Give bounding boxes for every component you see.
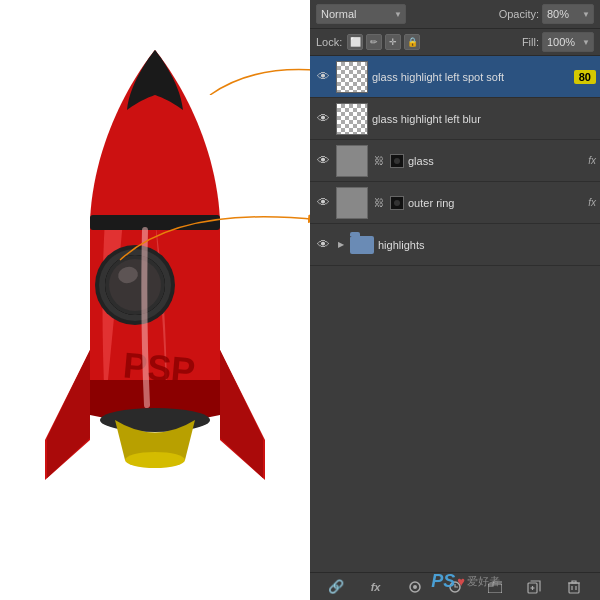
watermark-heart-icon: ♥ [457, 574, 465, 589]
folder-arrow-icon[interactable]: ▶ [336, 240, 346, 250]
eye-icon[interactable]: 👁 [314, 236, 332, 254]
layer-row[interactable]: 👁 ⛓ outer ring fx [310, 182, 600, 224]
photoshop-panel: Normal ▼ Opacity: 80% ▼ Lock: ⬜ ✏ ✛ 🔒 Fi… [310, 0, 600, 600]
opacity-section: Opacity: 80% ▼ [499, 4, 594, 24]
fill-wrapper[interactable]: 100% ▼ [542, 32, 594, 52]
layer-mask-thumb [390, 196, 404, 210]
lock-transparent-btn[interactable]: ⬜ [347, 34, 363, 50]
layer-name: highlights [378, 239, 596, 251]
lock-icons: ⬜ ✏ ✛ 🔒 [347, 34, 420, 50]
layer-row[interactable]: 👁 ▶ highlights [310, 224, 600, 266]
opacity-input[interactable]: 80% [542, 4, 594, 24]
panel-top-bar: Normal ▼ Opacity: 80% ▼ [310, 0, 600, 29]
lock-paint-btn[interactable]: ✏ [366, 34, 382, 50]
fill-input[interactable]: 100% [542, 32, 594, 52]
checker-pattern [337, 104, 367, 134]
fx-icon[interactable]: fx [367, 578, 385, 596]
opacity-wrapper[interactable]: 80% ▼ [542, 4, 594, 24]
fill-section: Fill: 100% ▼ [522, 32, 594, 52]
chain-icon: ⛓ [372, 196, 386, 210]
layers-list: 👁 glass highlight left spot soft 80 👁 gl… [310, 56, 600, 266]
rocket-area: PSP [0, 0, 310, 600]
eye-icon[interactable]: 👁 [314, 152, 332, 170]
fx-badge: fx [588, 197, 596, 208]
lock-row: Lock: ⬜ ✏ ✛ 🔒 Fill: 100% ▼ [310, 29, 600, 56]
checker-pattern [337, 62, 367, 92]
new-layer-icon[interactable] [525, 578, 543, 596]
layer-name: glass highlight left spot soft [372, 71, 570, 83]
watermark-love-text: 爱好者 [467, 574, 500, 589]
svg-point-2 [100, 408, 210, 432]
svg-rect-4 [90, 215, 220, 230]
trash-icon[interactable] [565, 578, 583, 596]
watermark-ps-text: PS [431, 571, 455, 592]
blend-mode-select[interactable]: Normal [316, 4, 406, 24]
layer-thumbnail [336, 103, 368, 135]
lock-label: Lock: [316, 36, 342, 48]
layer-mask-thumb [390, 154, 404, 168]
lock-all-btn[interactable]: 🔒 [404, 34, 420, 50]
layer-badge: 80 [574, 70, 596, 84]
rocket-svg: PSP [15, 20, 295, 580]
svg-point-15 [413, 585, 417, 589]
eye-icon[interactable]: 👁 [314, 68, 332, 86]
layer-row[interactable]: 👁 glass highlight left spot soft 80 [310, 56, 600, 98]
watermark: PS ♥ 爱好者 [431, 571, 500, 592]
gray-thumb [337, 188, 367, 218]
svg-rect-21 [569, 583, 579, 593]
layer-name: glass [408, 155, 584, 167]
eye-icon[interactable]: 👁 [314, 194, 332, 212]
fx-badge: fx [588, 155, 596, 166]
layer-thumbnail [336, 61, 368, 93]
lock-move-btn[interactable]: ✛ [385, 34, 401, 50]
svg-point-9 [109, 259, 161, 311]
blend-mode-wrapper[interactable]: Normal ▼ [316, 4, 406, 24]
folder-icon [350, 236, 374, 254]
layer-row[interactable]: 👁 ⛓ glass fx [310, 140, 600, 182]
layer-row[interactable]: 👁 glass highlight left blur [310, 98, 600, 140]
mask-icon[interactable] [406, 578, 424, 596]
svg-text:PSP: PSP [122, 344, 197, 391]
layer-name: outer ring [408, 197, 584, 209]
link-icon[interactable]: 🔗 [327, 578, 345, 596]
gray-thumb [337, 146, 367, 176]
layer-name: glass highlight left blur [372, 113, 596, 125]
layer-thumbnail [336, 187, 368, 219]
opacity-label: Opacity: [499, 8, 539, 20]
layer-thumbnail [336, 145, 368, 177]
eye-icon[interactable]: 👁 [314, 110, 332, 128]
fill-label: Fill: [522, 36, 539, 48]
svg-point-3 [125, 452, 185, 468]
chain-icon: ⛓ [372, 154, 386, 168]
